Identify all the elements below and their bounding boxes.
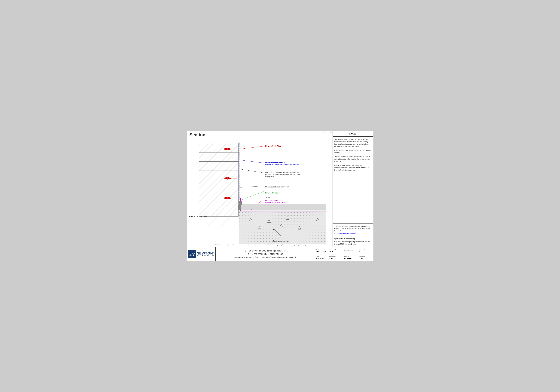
drawing-ref-label: Drawing Reference — [329, 249, 342, 251]
main-content: DO NOT SCALE Section — [187, 131, 373, 247]
original-ref-label: Original Reference — [344, 250, 357, 251]
drawing-area: DO NOT SCALE Section — [187, 131, 333, 247]
screed-label: Screed — [265, 197, 270, 198]
floor-membrane-sub: (Newton 601 or Newton 603) — [265, 202, 286, 203]
original-ref-cell: Original Reference — [343, 247, 358, 254]
svg-rect-33 — [219, 152, 238, 161]
newton-brand: NEWTON® WATERPROOFING — [197, 252, 215, 257]
newton-name: NEWTON® — [197, 252, 215, 255]
waterproofing-name: WATERPROOFING — [197, 255, 215, 257]
date-label: Date — [316, 256, 327, 257]
render-label: Render of six parts sand, one part cemen… — [265, 171, 302, 178]
svg-rect-19 — [199, 171, 219, 180]
note-para-4: Please refer to plastering and rendering… — [334, 164, 371, 171]
drawn-label: Drawn by — [344, 256, 357, 257]
newton-mesh-plug-label: Newton Mesh Plug — [265, 145, 281, 147]
newton-overtape-label: Newton Overtape — [265, 192, 280, 194]
system-title: System 800 Damp Proofing — [334, 238, 371, 240]
svg-rect-34 — [219, 161, 238, 171]
page: DO NOT SCALE Section — [187, 131, 373, 261]
existing-slab-label: Existing concrete slab — [273, 240, 289, 242]
svg-rect-56 — [199, 212, 239, 227]
svg-line-77 — [240, 191, 264, 201]
notes-footer: To access the details mentioned above,re… — [333, 223, 373, 236]
note-para-3: The wall membrane should be extended to … — [334, 156, 371, 163]
footer-address: 17 - 20 Sovereign Way, Tonbridge, TN9 1R… — [216, 247, 315, 261]
checked-label: Checked by — [359, 256, 372, 257]
address-line2: Tel: 01732 360095 Fax: 01732 359033 — [248, 252, 283, 256]
meshed-wall-membrane-label: Meshed Wall Membrane — [265, 161, 285, 163]
address-line3: www.newtonwaterproofing.co.uk - tech@new… — [234, 256, 296, 259]
address-line1: 17 - 20 Sovereign Way, Tonbridge, TN9 1R… — [245, 249, 285, 252]
floor-membrane-label: Floor Membrane — [265, 199, 279, 201]
svg-rect-52 — [239, 204, 326, 210]
svg-rect-16 — [199, 143, 219, 152]
svg-rect-21 — [199, 189, 219, 198]
note-bottom: NOTE: This is a damp proofing detail. Pl… — [190, 244, 330, 246]
svg-rect-38 — [219, 198, 238, 207]
scale-label: Scale — [316, 249, 327, 251]
footer-col-ref: Drawing Reference DP-01 Designed by DGB — [328, 247, 343, 261]
svg-rect-36 — [219, 180, 238, 189]
svg-line-76 — [240, 186, 264, 188]
checked-cell: Checked by DGB — [358, 254, 373, 261]
jn-initials: JN — [189, 252, 195, 257]
svg-rect-37 — [219, 189, 238, 198]
scale-value: Not to scale — [316, 251, 327, 252]
meshed-wall-membrane-sub: (Newton 803 Newtonite or Newton 805 Newl… — [265, 164, 299, 165]
svg-rect-32 — [219, 143, 238, 152]
note-para-2: Newton Mesh Plugs should be fixed at 250… — [334, 149, 371, 154]
svg-rect-20 — [199, 180, 219, 189]
drawn-value: AJG/RAC — [344, 257, 357, 259]
note-para-1: This drawing shows a fully sealed damp p… — [334, 138, 371, 148]
footer-logo: JN NEWTON® WATERPROOFING — [187, 247, 216, 261]
footer-link[interactable]: www.newtonwaterproofing.co.uk — [334, 232, 356, 234]
footer-scale-date: Scale Not to scale Date 18/01/2017 — [315, 247, 328, 261]
technical-drawing — [187, 131, 332, 247]
external-ground-label: External Ground Level — [189, 215, 207, 217]
revision-cell: Drawing Revision c — [358, 247, 373, 254]
svg-line-74 — [240, 160, 264, 163]
scale-cell: Scale Not to scale — [315, 247, 328, 254]
svg-line-75 — [240, 169, 264, 173]
skirting-label: Skirting glued to plaster or render — [265, 186, 289, 188]
footer-col-original: Original Reference Drawn by AJG/RAC — [343, 247, 358, 261]
date-value: 18/01/2017 — [316, 257, 327, 259]
svg-line-73 — [240, 146, 263, 149]
svg-rect-17 — [199, 152, 219, 161]
revision-label: Drawing Revision — [359, 249, 372, 251]
checked-value: DGB — [359, 257, 372, 259]
system-desc: Wall and Floor damp proofing solution wi… — [334, 241, 371, 245]
notes-body: This drawing shows a fully sealed damp p… — [333, 137, 373, 223]
footer-col-revision: Drawing Revision c Checked by DGB — [358, 247, 373, 261]
jn-box: JN — [188, 250, 196, 258]
svg-rect-18 — [199, 161, 219, 171]
designed-cell: Designed by DGB — [328, 254, 343, 261]
notes-panel: Notes This drawing shows a fully sealed … — [333, 131, 373, 247]
notes-header: Notes — [333, 131, 373, 137]
designed-label: Designed by — [329, 256, 342, 257]
system-info: System 800 Damp Proofing Wall and Floor … — [333, 236, 373, 247]
footer: JN NEWTON® WATERPROOFING 17 - 20 Soverei… — [187, 247, 373, 261]
drawn-cell: Drawn by AJG/RAC — [343, 254, 358, 261]
drawing-ref-value: DP-01 — [329, 251, 342, 252]
revision-value: c — [359, 251, 372, 252]
jn-logo: JN NEWTON® WATERPROOFING — [188, 250, 215, 258]
footer-meta: Scale Not to scale Date 18/01/2017 Drawi… — [315, 247, 373, 261]
footer-text: To access the details mentioned above,re… — [334, 225, 371, 232]
svg-rect-22 — [199, 198, 219, 207]
drawing-ref-cell: Drawing Reference DP-01 — [328, 247, 343, 254]
wall-blocks — [199, 143, 239, 216]
designed-value: DGB — [329, 257, 342, 259]
date-cell: Date 18/01/2017 — [315, 254, 328, 261]
